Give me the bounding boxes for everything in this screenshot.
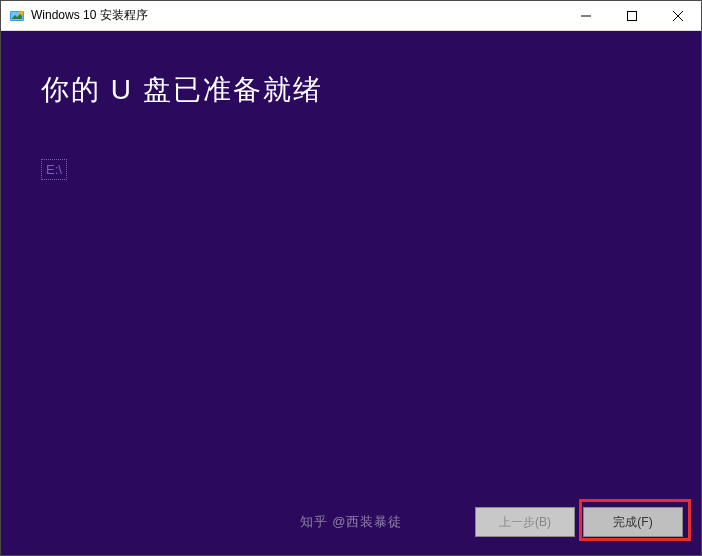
drive-link[interactable]: E:\ (41, 159, 67, 180)
back-button: 上一步(B) (475, 507, 575, 537)
app-icon (9, 8, 25, 24)
maximize-button[interactable] (609, 1, 655, 30)
content-area: 你的 U 盘已准备就绪 E:\ 上一步(B) 完成(F) 知乎 @西装暴徒 (1, 31, 701, 555)
watermark-text: 知乎 @西装暴徒 (300, 513, 403, 531)
close-button[interactable] (655, 1, 701, 30)
finish-button[interactable]: 完成(F) (583, 507, 683, 537)
minimize-button[interactable] (563, 1, 609, 30)
page-heading: 你的 U 盘已准备就绪 (41, 71, 661, 109)
window-title: Windows 10 安装程序 (31, 7, 563, 24)
button-row: 上一步(B) 完成(F) (475, 507, 683, 537)
titlebar: Windows 10 安装程序 (1, 1, 701, 31)
installer-window: Windows 10 安装程序 你的 U 盘已准备就绪 E:\ 上一步(B) 完… (0, 0, 702, 556)
window-controls (563, 1, 701, 30)
svg-rect-4 (628, 11, 637, 20)
